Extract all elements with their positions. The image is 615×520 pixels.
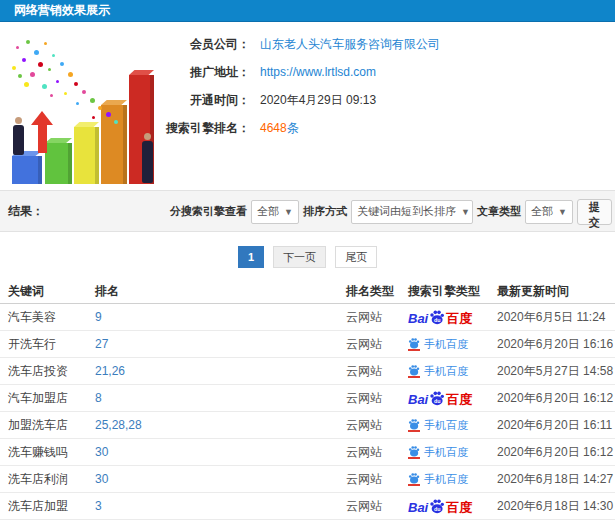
updated-cell: 2020年6月18日 14:27: [497, 471, 615, 488]
pagination: 1 下一页 尾页: [0, 246, 615, 268]
table-row[interactable]: 汽车美容 9 云网站 Bai du 百度 2020年6月5日 11:24: [0, 304, 615, 331]
rank-cell[interactable]: 30: [95, 472, 346, 486]
mobile-baidu-logo: 手机百度: [408, 364, 468, 379]
baidu-paw-icon: du: [429, 390, 445, 406]
mobile-baidu-paw-icon: [408, 418, 420, 430]
rank-cell[interactable]: 30: [95, 445, 346, 459]
mobile-baidu-paw-icon: [408, 337, 420, 349]
rank-cell[interactable]: 3: [95, 499, 346, 513]
keyword-cell: 洗车赚钱吗: [8, 444, 95, 461]
last-page-button[interactable]: 尾页: [335, 246, 377, 268]
article-type-value: 全部: [531, 204, 553, 219]
up-arrow-icon: [31, 111, 53, 153]
rank-cell[interactable]: 9: [95, 310, 346, 324]
illustration-bar-blue: [12, 156, 42, 184]
updated-cell: 2020年5月27日 14:58: [497, 363, 615, 380]
account-info-section: 会员公司： 山东老人头汽车服务咨询有限公司 推广地址： https://www.…: [0, 22, 615, 190]
engine-cell: 手机百度: [408, 418, 497, 433]
mobile-baidu-paw-icon: [408, 472, 420, 484]
next-page-button[interactable]: 下一页: [273, 246, 326, 268]
rank-type-cell: 云网站: [346, 417, 408, 434]
baidu-logo: Bai du 百度: [408, 309, 472, 325]
rank-cell[interactable]: 8: [95, 391, 346, 405]
table-header-row: 关键词 排名 排名类型 搜索引擎类型 最新更新时间: [0, 280, 615, 304]
table-body: 汽车美容 9 云网站 Bai du 百度 2020年6月5日 11:24 开洗车…: [0, 304, 615, 520]
keyword-cell: 洗车店利润: [8, 471, 95, 488]
page-number-current[interactable]: 1: [238, 246, 264, 268]
promo-url-link[interactable]: https://www.lrtlsd.com: [260, 65, 376, 79]
chevron-down-icon: ▼: [284, 207, 293, 217]
baidu-paw-icon: du: [429, 498, 445, 514]
growth-chart-illustration: [4, 32, 156, 184]
open-time-value: 2020年4月29日 09:13: [260, 92, 376, 109]
rank-type-cell: 云网站: [346, 498, 408, 515]
article-type-select[interactable]: 全部 ▼: [525, 200, 573, 224]
rank-cell[interactable]: 21,26: [95, 364, 346, 378]
info-row-company: 会员公司： 山东老人头汽车服务咨询有限公司: [150, 36, 440, 51]
table-row[interactable]: 洗车赚钱吗 30 云网站 手机百度 2020年6月20日 16:12: [0, 439, 615, 466]
engine-filter-value: 全部: [257, 204, 279, 219]
table-row[interactable]: 洗车店加盟 3 云网站 Bai du 百度 2020年6月18日 14:30: [0, 493, 615, 520]
submit-button[interactable]: 提交: [577, 199, 612, 225]
info-row-opened: 开通时间： 2020年4月29日 09:13: [150, 92, 440, 107]
baidu-paw-icon: du: [429, 309, 445, 325]
table-row[interactable]: 汽车加盟店 8 云网站 Bai du 百度 2020年6月20日 16:12: [0, 385, 615, 412]
rank-cell[interactable]: 27: [95, 337, 346, 351]
mobile-baidu-logo: 手机百度: [408, 445, 468, 460]
article-type-label: 文章类型: [477, 204, 521, 219]
mobile-baidu-paw-icon: [408, 364, 420, 376]
header-rank: 排名: [95, 283, 346, 300]
sort-value: 关键词由短到长排序: [357, 204, 456, 219]
engine-filter-label: 分搜索引擎查看: [170, 204, 247, 219]
rank-count-value: 4648: [260, 121, 287, 135]
updated-cell: 2020年6月18日 14:30: [497, 498, 615, 515]
result-label: 结果：: [8, 191, 44, 232]
filter-bar: 结果： 分搜索引擎查看 全部 ▼ 排序方式 关键词由短到长排序 ▼ 文章类型 全…: [0, 190, 615, 232]
company-link[interactable]: 山东老人头汽车服务咨询有限公司: [260, 36, 440, 53]
header-updated: 最新更新时间: [497, 283, 615, 300]
engine-cell: Bai du 百度: [408, 498, 497, 514]
updated-cell: 2020年6月20日 16:11: [497, 417, 615, 434]
table-row[interactable]: 洗车店利润 30 云网站 手机百度 2020年6月18日 14:27: [0, 466, 615, 493]
marketing-report-page: 网络营销效果展示 会员公司： 山东老人头汽车服务咨询有限公司 推广地址： htt…: [0, 0, 615, 520]
svg-text:du: du: [434, 317, 441, 323]
rank-type-cell: 云网站: [346, 309, 408, 326]
engine-cell: 手机百度: [408, 337, 497, 352]
sort-label: 排序方式: [303, 204, 347, 219]
keyword-cell: 汽车加盟店: [8, 390, 95, 407]
updated-cell: 2020年6月5日 11:24: [497, 309, 615, 326]
chevron-down-icon: ▼: [558, 207, 567, 217]
table-row[interactable]: 加盟洗车店 25,28,28 云网站 手机百度 2020年6月20日 16:11: [0, 412, 615, 439]
engine-rank-label: 搜索引擎排名：: [150, 120, 250, 137]
rank-count-unit: 条: [287, 121, 299, 135]
sort-select[interactable]: 关键词由短到长排序 ▼: [351, 200, 473, 224]
company-label: 会员公司：: [150, 36, 250, 53]
keyword-cell: 开洗车行: [8, 336, 95, 353]
updated-cell: 2020年6月20日 16:12: [497, 390, 615, 407]
baidu-logo: Bai du 百度: [408, 498, 472, 514]
page-title: 网络营销效果展示: [0, 0, 615, 22]
info-row-rank-count: 搜索引擎排名： 4648条: [150, 120, 440, 135]
promo-url-label: 推广地址：: [150, 64, 250, 81]
mobile-baidu-logo: 手机百度: [408, 472, 468, 487]
engine-cell: Bai du 百度: [408, 309, 497, 325]
engine-filter-select[interactable]: 全部 ▼: [251, 200, 299, 224]
svg-text:du: du: [434, 398, 441, 404]
table-row[interactable]: 洗车店投资 21,26 云网站 手机百度 2020年5月27日 14:58: [0, 358, 615, 385]
rank-type-cell: 云网站: [346, 471, 408, 488]
illustration-bar-yellow: [74, 127, 99, 184]
engine-cell: 手机百度: [408, 364, 497, 379]
illustration-bar-orange: [101, 105, 127, 184]
svg-text:du: du: [434, 506, 441, 512]
table-row[interactable]: 开洗车行 27 云网站 手机百度 2020年6月20日 16:16: [0, 331, 615, 358]
baidu-logo: Bai du 百度: [408, 390, 472, 406]
open-time-label: 开通时间：: [150, 92, 250, 109]
header-keyword: 关键词: [8, 283, 95, 300]
updated-cell: 2020年6月20日 16:12: [497, 444, 615, 461]
info-row-url: 推广地址： https://www.lrtlsd.com: [150, 64, 440, 79]
engine-cell: Bai du 百度: [408, 390, 497, 406]
rank-cell[interactable]: 25,28,28: [95, 418, 346, 432]
keyword-cell: 汽车美容: [8, 309, 95, 326]
rank-type-cell: 云网站: [346, 444, 408, 461]
rank-type-cell: 云网站: [346, 363, 408, 380]
